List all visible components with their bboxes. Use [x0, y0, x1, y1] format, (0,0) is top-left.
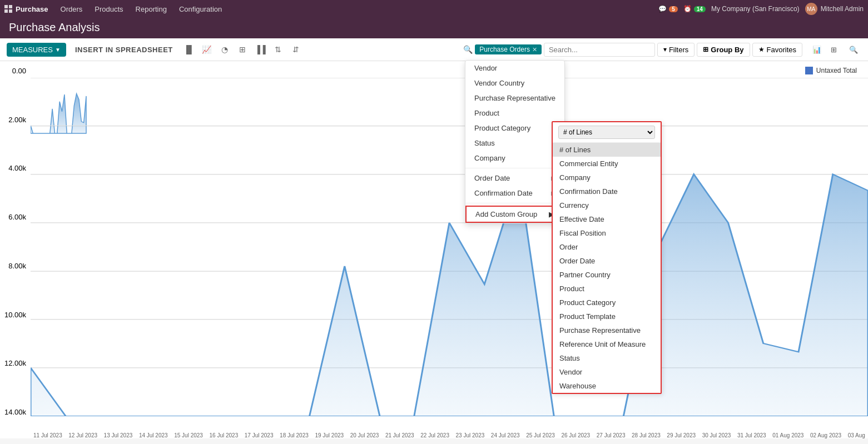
x-label-18: 29 Jul 2023	[667, 432, 696, 438]
groupby-dropdown: Vendor Vendor Country Purchase Represent…	[465, 60, 565, 223]
x-label-22: 02 Aug 2023	[810, 432, 841, 438]
filter-tag-remove[interactable]: ✕	[532, 46, 537, 53]
submenu-item-product[interactable]: Product	[553, 282, 661, 296]
clock-icon: ⏰	[683, 5, 692, 13]
x-label-13: 24 Jul 2023	[491, 432, 520, 438]
groupby-status[interactable]: Status	[465, 136, 564, 151]
x-label-3: 14 Jul 2023	[139, 432, 168, 438]
submenu-item-currency[interactable]: Currency	[553, 198, 661, 212]
line-chart-icon[interactable]: 📈	[200, 42, 214, 57]
notifications-badge[interactable]: 💬 5	[658, 5, 678, 13]
x-label-7: 18 Jul 2023	[280, 432, 309, 438]
x-label-4: 15 Jul 2023	[174, 432, 203, 438]
groupby-company[interactable]: Company	[465, 151, 564, 166]
pivot-icon[interactable]: ⊞	[235, 42, 250, 57]
submenu-item-company[interactable]: Company	[553, 171, 661, 184]
table-view-icon[interactable]: ⊞	[826, 42, 841, 57]
stacked-bar-icon[interactable]: ▐▐	[253, 42, 267, 57]
search-input[interactable]	[544, 43, 655, 57]
star-icon: ★	[758, 46, 765, 53]
user-name-label: Mitchell Admin	[821, 5, 864, 13]
toolbar: MEASURES ▼ INSERT IN SPREADSHEET ▐▌ 📈 ◔ …	[0, 38, 868, 61]
app-logo[interactable]: Purchase	[4, 5, 48, 13]
submenu-item-order-date[interactable]: Order Date	[553, 254, 661, 268]
group-by-label: Group By	[711, 46, 743, 54]
submenu-item-commercial-entity[interactable]: Commercial Entity	[553, 157, 661, 171]
x-label-11: 22 Jul 2023	[420, 432, 449, 438]
menu-products[interactable]: Products	[89, 3, 128, 16]
view-icons: 📊 ⊞	[809, 42, 841, 57]
y-label-1: 12.00k	[0, 359, 26, 367]
filters-button[interactable]: ▾ Filters	[657, 43, 695, 57]
groupby-vendor-country[interactable]: Vendor Country	[465, 76, 564, 91]
submenu-item-vendor[interactable]: Vendor	[553, 365, 661, 379]
page-header: Purchase Analysis	[0, 18, 868, 38]
bar-view-icon[interactable]: 📊	[809, 42, 825, 57]
legend-label: Untaxed Total	[816, 67, 857, 74]
submenu-item-status[interactable]: Status	[553, 351, 661, 365]
submenu-item-effective-date[interactable]: Effective Date	[553, 212, 661, 226]
custom-group-select[interactable]: # of Lines Commercial Entity Company Con…	[558, 126, 655, 139]
chart-type-icons: ▐▌ 📈 ◔ ⊞ ▐▐ ⇅ ⇵	[182, 42, 303, 57]
x-label-12: 23 Jul 2023	[456, 432, 485, 438]
submenu-item-product-template[interactable]: Product Template	[553, 310, 661, 323]
avatar: MA	[805, 3, 817, 15]
y-label-2: 10.00k	[0, 311, 26, 319]
x-label-21: 01 Aug 2023	[772, 432, 803, 438]
search-view-icon[interactable]: 🔍	[846, 42, 861, 57]
submenu-item-confirmation-date[interactable]: Confirmation Date	[553, 184, 661, 198]
custom-group-submenu-panel: # of Lines Commercial Entity Company Con…	[552, 121, 662, 394]
filters-label: Filters	[669, 46, 688, 54]
sort-asc-icon[interactable]: ⇅	[271, 42, 285, 57]
menu-orders[interactable]: Orders	[55, 3, 88, 16]
groupby-product-category[interactable]: Product Category	[465, 121, 564, 136]
x-label-9: 20 Jul 2023	[350, 432, 379, 438]
measures-button[interactable]: MEASURES ▼	[7, 43, 66, 57]
submenu-item-lines[interactable]: # of Lines	[553, 143, 661, 157]
add-custom-group-label: Add Custom Group	[475, 210, 537, 218]
active-filter-tag[interactable]: Purchase Orders ✕	[475, 44, 542, 54]
main-menu: Orders Products Reporting Configuration	[55, 3, 659, 16]
y-label-7: 0.00	[0, 67, 26, 75]
chart-fill	[31, 174, 868, 416]
toolbar-right: 🔍 Purchase Orders ✕ ▾ Filters ⊞ Group By…	[463, 42, 861, 57]
x-label-16: 27 Jul 2023	[597, 432, 626, 438]
menu-configuration[interactable]: Configuration	[173, 3, 227, 16]
menu-reporting[interactable]: Reporting	[130, 3, 172, 16]
groupby-product[interactable]: Product	[465, 106, 564, 121]
x-axis-labels: 11 Jul 2023 12 Jul 2023 13 Jul 2023 14 J…	[31, 432, 868, 438]
submenu-item-warehouse[interactable]: Warehouse	[553, 379, 661, 393]
submenu-item-fiscal-position[interactable]: Fiscal Position	[553, 226, 661, 240]
favorites-button[interactable]: ★ Favorites	[752, 43, 802, 57]
chat-icon: 💬	[658, 5, 667, 13]
clock-badge[interactable]: ⏰ 14	[683, 5, 706, 13]
insert-spreadsheet-button[interactable]: INSERT IN SPREADSHEET	[71, 43, 177, 56]
groupby-order-date[interactable]: Order Date ▶	[465, 171, 564, 186]
submenu-item-order[interactable]: Order	[553, 240, 661, 254]
group-by-button[interactable]: ⊞ Group By	[697, 43, 750, 57]
x-label-17: 28 Jul 2023	[632, 432, 661, 438]
groupby-confirmation-date[interactable]: Confirmation Date ▶	[465, 186, 564, 201]
measures-label: MEASURES	[12, 46, 53, 54]
groupby-purchase-rep[interactable]: Purchase Representative	[465, 91, 564, 106]
notification-count: 5	[669, 6, 678, 12]
search-filter-area: 🔍 Purchase Orders ✕	[463, 43, 655, 57]
groupby-vendor[interactable]: Vendor	[465, 61, 564, 76]
pie-chart-icon[interactable]: ◔	[217, 42, 232, 57]
legend-box	[805, 67, 813, 74]
filter-icon: ▾	[663, 46, 667, 53]
submenu-item-product-category[interactable]: Product Category	[553, 296, 661, 310]
x-label-19: 30 Jul 2023	[702, 432, 731, 438]
x-label-15: 26 Jul 2023	[561, 432, 590, 438]
y-label-0: 14.00k	[0, 408, 26, 416]
y-label-5: 4.00k	[0, 164, 26, 172]
measures-caret: ▼	[55, 47, 61, 53]
user-info[interactable]: MA Mitchell Admin	[805, 3, 864, 15]
submenu-item-purchase-rep[interactable]: Purchase Representative	[553, 323, 661, 337]
submenu-item-ref-uom[interactable]: Reference Unit of Measure	[553, 337, 661, 351]
submenu-item-partner-country[interactable]: Partner Country	[553, 268, 661, 282]
chart-svg-main	[31, 78, 868, 416]
bar-chart-icon[interactable]: ▐▌	[182, 42, 196, 57]
sort-desc-icon[interactable]: ⇵	[289, 42, 303, 57]
add-custom-group-item[interactable]: Add Custom Group ▶	[465, 206, 564, 223]
